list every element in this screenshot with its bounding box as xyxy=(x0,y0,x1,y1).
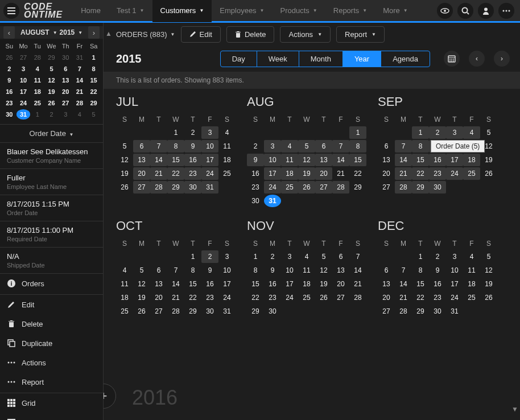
mini-day[interactable]: 25 xyxy=(30,98,44,108)
day-cell[interactable]: 19 xyxy=(116,167,133,180)
day-cell[interactable]: 22 xyxy=(247,291,264,304)
day-cell[interactable]: 20 xyxy=(150,291,167,304)
day-cell[interactable]: 16 xyxy=(184,154,201,166)
day-cell[interactable]: 10 xyxy=(264,154,281,166)
day-cell[interactable]: 5 xyxy=(298,140,315,153)
day-cell[interactable]: 30 xyxy=(264,305,281,318)
detail-block[interactable]: FullerEmployee Last Name xyxy=(0,169,103,195)
mini-day[interactable]: 11 xyxy=(30,75,44,85)
day-cell[interactable]: 27 xyxy=(378,305,395,318)
day-cell[interactable]: 31 xyxy=(446,305,463,318)
day-cell[interactable]: 27 xyxy=(378,181,395,193)
mini-day[interactable]: 31 xyxy=(73,52,87,63)
day-cell[interactable]: 14 xyxy=(332,154,349,166)
mini-day[interactable]: 17 xyxy=(16,87,31,97)
day-cell[interactable]: 30 xyxy=(429,181,446,193)
day-cell[interactable]: 9 xyxy=(429,264,446,277)
day-cell[interactable]: 30 xyxy=(184,181,201,193)
mini-day[interactable]: 22 xyxy=(86,87,101,97)
day-cell[interactable]: 30 xyxy=(429,305,446,318)
segment-agenda[interactable]: Agenda xyxy=(381,51,430,67)
day-cell[interactable]: 17 xyxy=(281,278,298,290)
day-cell[interactable]: 8 xyxy=(167,140,184,153)
day-cell[interactable]: 13 xyxy=(378,154,395,166)
day-cell[interactable]: 4 xyxy=(281,140,298,153)
day-cell[interactable]: 25 xyxy=(218,167,236,180)
side-action-list[interactable]: List xyxy=(0,413,103,420)
day-cell[interactable]: 24 xyxy=(446,167,463,180)
day-cell[interactable]: 15 xyxy=(412,278,429,290)
day-cell[interactable]: 2 xyxy=(429,126,446,139)
day-cell[interactable]: 1 xyxy=(412,250,429,263)
day-cell[interactable]: 21 xyxy=(395,167,412,180)
day-cell[interactable]: 25 xyxy=(116,305,133,318)
day-cell[interactable]: 18 xyxy=(116,291,133,304)
more-button[interactable] xyxy=(498,3,514,19)
day-cell[interactable]: 4 xyxy=(463,126,480,139)
day-cell[interactable]: 21 xyxy=(332,167,349,180)
day-cell[interactable]: 25 xyxy=(463,167,480,180)
day-cell[interactable]: 21 xyxy=(349,278,366,290)
day-cell[interactable]: 20 xyxy=(133,167,150,180)
day-cell[interactable]: 15 xyxy=(412,154,429,166)
day-cell[interactable]: 24 xyxy=(201,167,218,180)
day-cell[interactable]: 12 xyxy=(133,278,150,290)
user-button[interactable] xyxy=(478,3,494,19)
day-cell[interactable]: 20 xyxy=(378,167,395,180)
day-cell[interactable]: 6 xyxy=(378,140,395,153)
day-cell[interactable]: 4 xyxy=(218,126,236,139)
side-action-grid[interactable]: Grid xyxy=(0,393,103,413)
day-cell[interactable]: 29 xyxy=(349,181,366,193)
day-cell[interactable]: 2 xyxy=(247,140,264,153)
day-cell[interactable]: 11 xyxy=(218,140,236,153)
day-cell[interactable]: 7 xyxy=(167,264,184,277)
day-cell[interactable]: 25 xyxy=(463,291,480,304)
day-cell[interactable]: 7 xyxy=(395,264,412,277)
day-cell[interactable]: 28 xyxy=(395,305,412,318)
mini-day[interactable]: 30 xyxy=(59,52,73,63)
day-cell[interactable]: 21 xyxy=(150,167,167,180)
day-cell[interactable]: 8 xyxy=(184,264,201,277)
day-cell[interactable]: 15 xyxy=(349,154,366,166)
day-cell[interactable]: 3 xyxy=(201,126,218,139)
day-cell[interactable]: 31 xyxy=(264,195,281,207)
day-cell[interactable]: 12 xyxy=(298,154,315,166)
mini-day[interactable]: 23 xyxy=(2,98,16,108)
day-cell[interactable]: 29 xyxy=(167,181,184,193)
cal-next-button[interactable]: › xyxy=(494,51,510,67)
mini-day[interactable]: 21 xyxy=(73,87,87,97)
calendar-icon-button[interactable] xyxy=(444,51,460,67)
mini-day[interactable]: 13 xyxy=(59,75,73,85)
day-cell[interactable]: 18 xyxy=(463,278,480,290)
search-button[interactable] xyxy=(457,3,473,19)
day-cell[interactable]: 31 xyxy=(218,305,236,318)
day-cell[interactable]: 6 xyxy=(332,250,349,263)
day-cell[interactable]: 19 xyxy=(480,278,497,290)
mini-day[interactable]: 2 xyxy=(2,64,16,74)
nav-item-test-1[interactable]: Test 1▼ xyxy=(109,0,152,22)
day-cell[interactable]: 11 xyxy=(298,264,315,277)
mini-day[interactable]: 26 xyxy=(44,98,59,108)
day-cell[interactable]: 28 xyxy=(349,291,366,304)
nav-item-more[interactable]: More▼ xyxy=(375,0,416,22)
day-cell[interactable]: 2 xyxy=(429,250,446,263)
day-cell[interactable]: 20 xyxy=(332,278,349,290)
mini-day[interactable]: 20 xyxy=(59,87,73,97)
actions-button[interactable]: Actions▼ xyxy=(280,26,331,43)
day-cell[interactable]: 19 xyxy=(480,154,497,166)
side-action-delete[interactable]: Delete xyxy=(0,314,103,333)
day-cell[interactable]: 23 xyxy=(247,181,264,193)
day-cell[interactable]: 18 xyxy=(463,154,480,166)
day-cell[interactable]: 22 xyxy=(349,167,366,180)
day-cell[interactable]: 29 xyxy=(412,181,429,193)
day-cell[interactable]: 17 xyxy=(218,278,236,290)
day-cell[interactable]: 30 xyxy=(247,195,264,207)
day-cell[interactable]: 11 xyxy=(116,278,133,290)
day-cell[interactable]: 20 xyxy=(378,291,395,304)
day-cell[interactable]: 12 xyxy=(315,264,332,277)
day-cell[interactable]: 25 xyxy=(281,181,298,193)
day-cell[interactable]: 13 xyxy=(332,264,349,277)
mini-day[interactable]: 28 xyxy=(30,52,44,63)
day-cell[interactable]: 10 xyxy=(446,264,463,277)
day-cell[interactable]: 15 xyxy=(184,278,201,290)
